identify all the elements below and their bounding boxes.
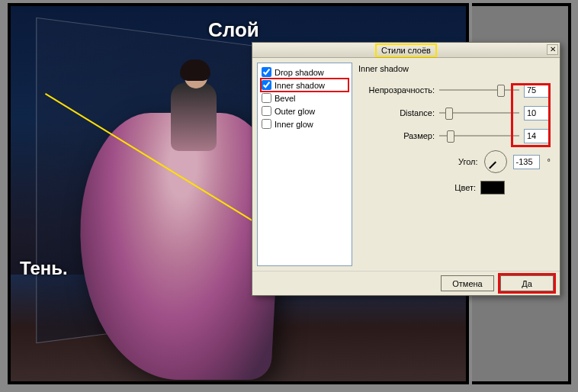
angle-degree-symbol: ° (547, 157, 551, 166)
row-opacity: Непрозрачность: (358, 82, 551, 98)
effect-outer-glow[interactable]: Outer glow (261, 104, 348, 117)
size-thumb[interactable] (447, 130, 454, 143)
size-slider[interactable] (439, 128, 519, 143)
outer-glow-label: Outer glow (275, 107, 315, 116)
outer-glow-checkbox[interactable] (262, 106, 271, 116)
row-size: Размер: (358, 128, 551, 143)
opacity-slider[interactable] (439, 82, 519, 98)
distance-input[interactable] (524, 106, 551, 120)
params-panel: Inner shadow Непрозрачность: Distance: Р… (357, 63, 555, 266)
row-angle: Угол: ° (358, 154, 551, 169)
color-swatch[interactable] (480, 181, 505, 194)
overlay-label-layer: Слой (208, 18, 259, 42)
angle-label: Угол: (458, 157, 478, 166)
inner-glow-label: Inner glow (275, 120, 313, 129)
effects-list: Drop shadow Inner shadow Bevel Outer glo… (257, 63, 352, 266)
opacity-label: Непрозрачность: (369, 85, 435, 95)
inner-shadow-checkbox[interactable] (262, 80, 271, 90)
row-color: Цвет: (358, 180, 551, 195)
dialog-footer: Отмена Да (252, 271, 560, 295)
color-label: Цвет: (454, 183, 476, 192)
params-title: Inner shadow (358, 64, 551, 73)
ok-button[interactable]: Да (500, 275, 554, 291)
size-input[interactable] (524, 129, 551, 143)
opacity-input[interactable] (524, 83, 551, 98)
distance-thumb[interactable] (445, 108, 453, 120)
dialog-title: Стили слоёв (377, 45, 435, 56)
size-label: Размер: (403, 131, 435, 140)
dialog-titlebar[interactable]: Стили слоёв ✕ (252, 43, 560, 58)
cancel-button[interactable]: Отмена (441, 275, 494, 291)
distance-label: Distance: (400, 108, 435, 117)
drop-shadow-checkbox[interactable] (262, 67, 271, 77)
opacity-thumb[interactable] (497, 85, 505, 97)
drop-shadow-label: Drop shadow (275, 68, 324, 77)
effect-inner-shadow[interactable]: Inner shadow (261, 79, 348, 92)
dialog-body: Drop shadow Inner shadow Bevel Outer glo… (252, 58, 560, 271)
close-button[interactable]: ✕ (547, 44, 558, 55)
inner-glow-checkbox[interactable] (262, 119, 271, 129)
distance-slider[interactable] (439, 105, 519, 120)
angle-input[interactable] (513, 155, 540, 169)
bevel-checkbox[interactable] (262, 93, 271, 103)
inner-shadow-label: Inner shadow (275, 81, 325, 90)
figure-torso (171, 82, 217, 151)
effect-drop-shadow[interactable]: Drop shadow (261, 66, 348, 79)
bevel-label: Bevel (275, 94, 296, 103)
layer-styles-dialog: Стили слоёв ✕ Drop shadow Inner shadow B… (252, 42, 560, 296)
figure-hair (180, 59, 210, 81)
effect-bevel[interactable]: Bevel (261, 92, 348, 104)
effect-inner-glow[interactable]: Inner glow (261, 117, 348, 130)
angle-dial[interactable] (484, 150, 507, 173)
overlay-label-shadow: Тень. (20, 258, 68, 279)
row-distance: Distance: (358, 105, 551, 120)
